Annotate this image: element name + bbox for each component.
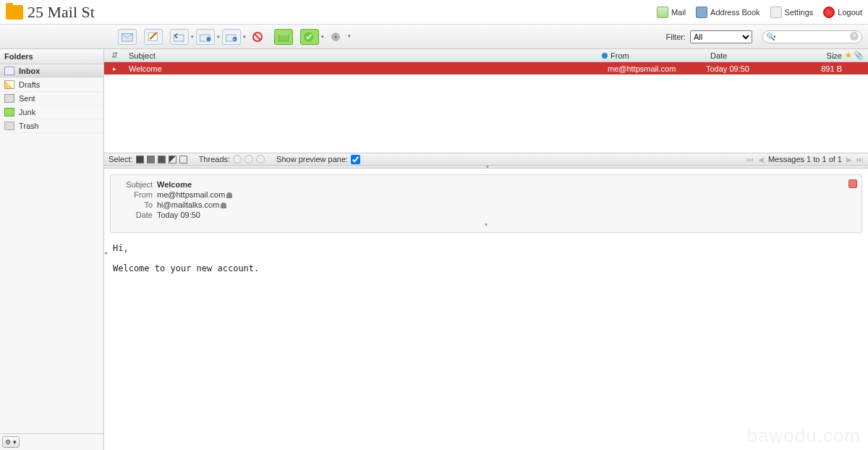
svg-point-11	[305, 33, 313, 41]
nav-settings-label: Settings	[785, 8, 814, 17]
preview-splitter[interactable]	[104, 166, 868, 169]
sort-indicator-icon	[602, 53, 608, 59]
mail-icon	[657, 7, 668, 18]
archive-button[interactable]	[274, 29, 293, 45]
logout-icon	[823, 7, 835, 18]
trash-icon	[4, 122, 14, 130]
reply-button[interactable]	[170, 29, 189, 45]
first-page-button[interactable]: ⏮	[746, 156, 754, 164]
row-date: Today 09:50	[706, 64, 800, 73]
thread-collapse-button[interactable]	[244, 155, 253, 164]
delete-button[interactable]: +	[222, 29, 241, 45]
filter-select[interactable]: All	[690, 30, 752, 43]
folder-actions-button[interactable]: ⚙ ▾	[2, 436, 20, 448]
nav-addressbook-label: Address Book	[710, 8, 760, 17]
folder-label: Inbox	[19, 67, 40, 75]
column-subject[interactable]: Subject	[124, 51, 597, 60]
select-all-button[interactable]	[136, 156, 144, 164]
prev-page-button[interactable]: ◀	[758, 156, 764, 164]
preview-label: Show preview pane:	[276, 155, 348, 164]
column-from[interactable]: From	[597, 51, 706, 60]
row-subject: Welcome	[124, 64, 597, 73]
row-size: 891 B	[800, 64, 868, 73]
preview-pane-checkbox[interactable]	[351, 155, 360, 164]
app-logo: 25 Mail St	[6, 3, 95, 22]
folder-drafts[interactable]: Drafts	[0, 78, 103, 92]
svg-rect-9	[278, 35, 289, 41]
nav-addressbook[interactable]: Address Book	[696, 7, 760, 18]
junk-button[interactable]	[248, 29, 267, 45]
folders-header: Folders	[0, 49, 103, 64]
folder-label: Sent	[19, 94, 35, 103]
flag-column-icon[interactable]: ★	[845, 51, 852, 60]
forward-button[interactable]	[196, 29, 215, 45]
folder-label: Drafts	[19, 80, 40, 89]
select-none-button[interactable]	[179, 156, 187, 164]
open-in-window-button[interactable]	[848, 179, 857, 188]
select-invert-button[interactable]	[169, 156, 176, 164]
addressbook-icon	[696, 7, 707, 18]
svg-point-4	[207, 37, 211, 41]
folder-junk[interactable]: Junk	[0, 106, 103, 119]
column-date[interactable]: Date	[706, 51, 800, 60]
folder-trash[interactable]: Trash	[0, 119, 103, 133]
nav-logout[interactable]: Logout	[823, 7, 862, 18]
check-mail-button[interactable]	[118, 29, 137, 45]
header-label-subject: Subject	[118, 180, 153, 189]
mark-button[interactable]	[300, 29, 319, 45]
row-expand-icon: ▸	[104, 65, 124, 72]
last-page-button[interactable]: ⏭	[856, 156, 864, 164]
nav-mail-label: Mail	[671, 8, 686, 17]
thread-toggle-button[interactable]	[256, 155, 265, 164]
nav-settings[interactable]: Settings	[770, 7, 814, 18]
search-input[interactable]	[762, 30, 862, 43]
inbox-icon	[4, 67, 14, 75]
junk-icon	[4, 108, 14, 116]
collapse-preview-button[interactable]: ◂	[104, 250, 107, 256]
header-label-to: To	[118, 200, 153, 209]
search-scope-dropdown[interactable]: ▾	[773, 34, 776, 40]
select-page-button[interactable]	[147, 156, 155, 164]
message-from: me@httpsmail.com	[157, 190, 232, 199]
compose-button[interactable]	[144, 29, 163, 45]
message-to: hi@mailtalks.com	[157, 200, 226, 209]
folder-sent[interactable]: Sent	[0, 92, 103, 106]
row-from: me@httpsmail.com	[597, 64, 706, 73]
header-label-from: From	[118, 190, 153, 199]
message-body: Hi, Welcome to your new account.	[110, 233, 862, 284]
message-row[interactable]: ▸ Welcome me@httpsmail.com Today 09:50 8…	[104, 62, 868, 75]
sent-icon	[4, 94, 14, 103]
message-list-header: ⇵ Subject From Date Size ★📎	[104, 49, 868, 62]
select-label: Select:	[109, 155, 133, 164]
nav-logout-label: Logout	[838, 8, 862, 17]
svg-text:+: +	[233, 37, 235, 41]
nav-mail[interactable]: Mail	[657, 7, 686, 18]
svg-rect-10	[278, 33, 289, 35]
drafts-icon	[4, 80, 14, 89]
svg-point-13	[334, 35, 337, 38]
filter-label: Filter:	[666, 33, 686, 41]
folder-inbox[interactable]: Inbox	[0, 64, 103, 78]
next-page-button[interactable]: ▶	[846, 156, 852, 164]
header-label-date: Date	[118, 211, 153, 219]
app-title: 25 Mail St	[27, 3, 95, 22]
folder-label: Trash	[19, 122, 39, 130]
more-button[interactable]	[326, 29, 345, 45]
toggle-headers-button[interactable]: ▾	[118, 221, 854, 228]
message-subject: Welcome	[157, 180, 192, 189]
contact-icon[interactable]	[226, 192, 232, 198]
message-counter: Messages 1 to 1 of 1	[768, 155, 842, 164]
select-unread-button[interactable]	[158, 156, 166, 164]
folder-label: Junk	[19, 108, 35, 116]
search-clear-button[interactable]: ✕	[850, 32, 859, 41]
folder-icon	[6, 5, 23, 20]
threads-label: Threads:	[199, 155, 230, 164]
attachment-column-icon[interactable]: 📎	[854, 51, 864, 60]
settings-icon	[770, 7, 782, 18]
threads-column-icon[interactable]: ⇵	[104, 51, 124, 60]
thread-expand-button[interactable]	[233, 155, 242, 164]
contact-icon[interactable]	[221, 203, 226, 208]
message-date: Today 09:50	[157, 211, 200, 219]
